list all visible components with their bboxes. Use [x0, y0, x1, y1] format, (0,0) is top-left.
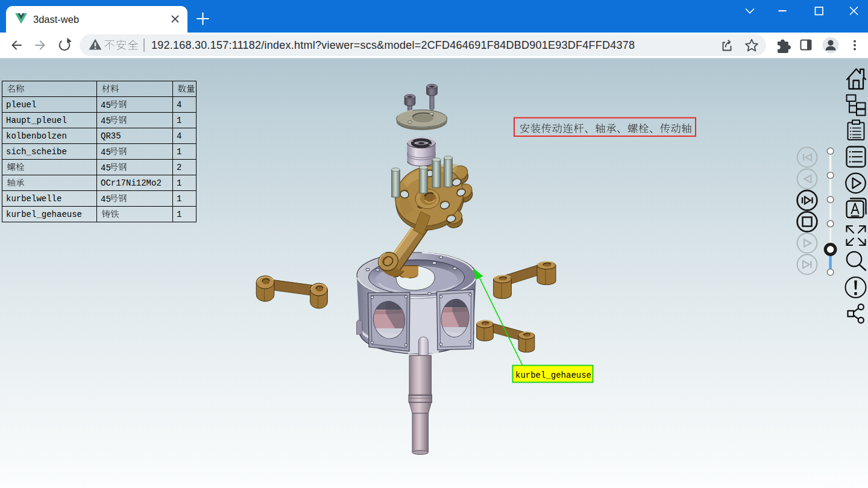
- svg-text:hvo1nc.com: hvo1nc.com: [813, 473, 868, 484]
- svg-text:kurbel_gehaeuse: kurbel_gehaeuse: [515, 371, 591, 380]
